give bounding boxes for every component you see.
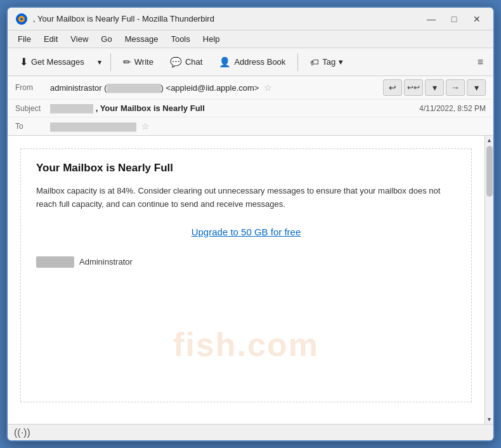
menu-bar: File Edit View Go Message Tools Help (8, 30, 493, 48)
get-messages-label: Get Messages (31, 57, 84, 67)
svg-point-2 (20, 18, 23, 20)
get-messages-button[interactable]: ⬇ Get Messages (13, 51, 91, 73)
from-star-button[interactable]: ☆ (264, 82, 272, 93)
tag-button[interactable]: 🏷 Tag ▾ (303, 51, 350, 73)
chat-label: Chat (185, 57, 202, 67)
window-title: , Your Mailbox is Nearly Full - Mozilla … (33, 14, 422, 23)
address-book-button[interactable]: 👤 Address Book (212, 51, 292, 73)
title-bar: , Your Mailbox is Nearly Full - Mozilla … (8, 8, 493, 30)
from-row: From administrastor (██████████) <applei… (8, 76, 493, 100)
reply-button[interactable]: ↩ (383, 79, 402, 96)
menu-file[interactable]: File (13, 32, 36, 46)
menu-help[interactable]: Help (198, 32, 225, 46)
email-body: Your Mailbox is Nearly Full Mailbox capa… (20, 148, 472, 402)
chat-button[interactable]: 💬 Chat (163, 51, 209, 73)
to-value: ████████████████ ☆ (50, 121, 486, 131)
scrollbar-down-arrow[interactable]: ▼ (485, 415, 494, 424)
close-button[interactable]: ✕ (468, 11, 486, 27)
scrollbar-thumb[interactable] (486, 146, 493, 197)
forward-button[interactable]: → (446, 79, 465, 96)
subject-row: Subject ████████ , Your Mailbox is Nearl… (8, 100, 493, 117)
subject-label: Subject (15, 104, 50, 113)
email-body-title: Your Mailbox is Nearly Full (36, 162, 456, 175)
toolbar: ⬇ Get Messages ▾ ✏ Write 💬 Chat 👤 Addres… (8, 48, 493, 76)
write-button[interactable]: ✏ Write (116, 51, 160, 73)
more-button[interactable]: ▾ (467, 79, 486, 96)
tag-label: Tag (322, 57, 335, 67)
to-blurred: ████████████████ (50, 122, 136, 131)
to-row: To ████████████████ ☆ (8, 117, 493, 135)
email-header: From administrastor (██████████) <applei… (8, 76, 493, 136)
minimize-button[interactable]: — (422, 11, 440, 27)
watermark: fish.com (173, 326, 319, 364)
toolbar-divider-1 (110, 53, 111, 71)
window-controls: — □ ✕ (422, 11, 486, 27)
address-book-label: Address Book (234, 57, 285, 67)
get-messages-dropdown[interactable]: ▾ (94, 51, 105, 73)
reply-all-button[interactable]: ↩↩ (404, 79, 423, 96)
from-blurred: ██████████ (107, 84, 161, 93)
header-action-buttons: ↩ ↩↩ ▾ → ▾ (383, 79, 486, 96)
menu-go[interactable]: Go (96, 32, 117, 46)
write-label: Write (134, 57, 153, 67)
app-icon (15, 13, 28, 25)
email-content-wrapper: Your Mailbox is Nearly Full Mailbox capa… (8, 136, 493, 424)
from-name: administrastor ( (50, 83, 107, 93)
from-label: From (15, 83, 50, 92)
from-value: administrastor (██████████) <appleid@iid… (50, 82, 383, 93)
signature-name: Admininstrator (79, 257, 133, 267)
email-content[interactable]: Your Mailbox is Nearly Full Mailbox capa… (8, 136, 485, 424)
email-date: 4/11/2022, 8:52 PM (419, 104, 486, 113)
write-icon: ✏ (123, 56, 131, 68)
main-window: , Your Mailbox is Nearly Full - Mozilla … (6, 6, 495, 442)
upgrade-link[interactable]: Upgrade to 50 GB for free (36, 227, 456, 237)
toolbar-divider-2 (297, 53, 298, 71)
to-star-button[interactable]: ☆ (141, 121, 150, 131)
expand-button[interactable]: ▾ (425, 79, 444, 96)
tag-icon: 🏷 (310, 57, 319, 67)
address-book-icon: 👤 (219, 56, 231, 68)
chat-icon: 💬 (170, 56, 182, 68)
scrollbar-up-arrow[interactable]: ▲ (485, 136, 494, 145)
email-body-text: Mailbox capacity is at 84%. Consider cle… (36, 185, 456, 211)
hamburger-menu-button[interactable]: ≡ (472, 53, 488, 71)
email-signature: Admininstrator (36, 256, 456, 268)
status-icon: ((·)) (14, 427, 30, 438)
get-messages-icon: ⬇ (20, 56, 28, 68)
scrollbar[interactable]: ▲ ▼ (485, 136, 493, 424)
subject-bold: , Your Mailbox is Nearly Full (96, 103, 205, 113)
menu-view[interactable]: View (65, 32, 93, 46)
menu-tools[interactable]: Tools (166, 32, 195, 46)
subject-value: ████████ , Your Mailbox is Nearly Full (50, 103, 419, 113)
from-email: ) <appleid@iid.apple.com> (161, 83, 259, 93)
to-label: To (15, 122, 50, 131)
subject-prefix: ████████ (50, 104, 93, 113)
maximize-button[interactable]: □ (445, 11, 463, 27)
menu-message[interactable]: Message (120, 32, 164, 46)
signature-logo (36, 256, 74, 268)
tag-dropdown-arrow: ▾ (339, 57, 343, 67)
status-bar: ((·)) (8, 424, 493, 440)
menu-edit[interactable]: Edit (39, 32, 63, 46)
